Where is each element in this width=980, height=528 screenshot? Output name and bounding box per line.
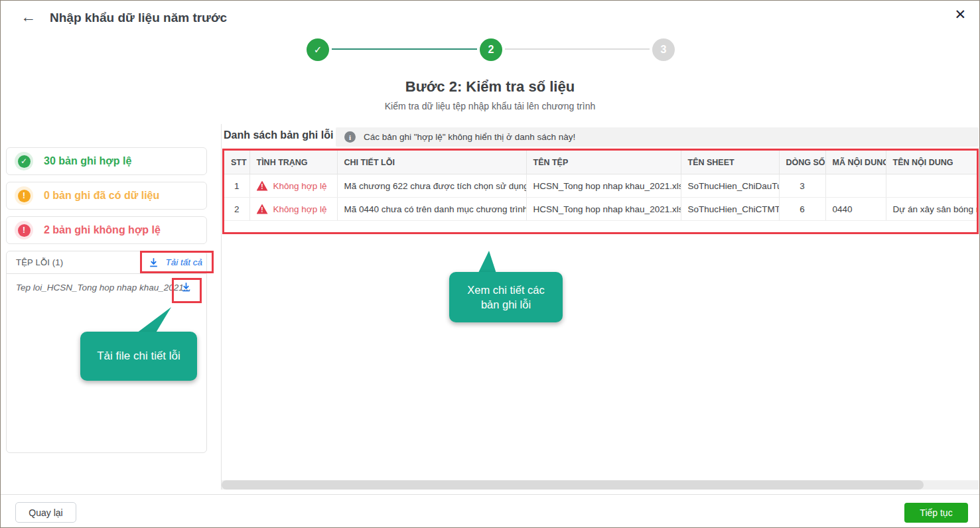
continue-button[interactable]: Tiếp tục bbox=[904, 503, 968, 523]
error-file-name: Tep loi_HCSN_Tong hop nhap khau_2021... bbox=[16, 283, 191, 293]
callout-text: Xem chi tiết các bản ghi lỗi bbox=[467, 283, 544, 312]
stat-invalid-records: ! 2 bản ghi không hợp lệ bbox=[6, 216, 207, 244]
cell-content-name: Dự án xây sân bóng rổ bbox=[886, 198, 977, 221]
step-1-done: ✓ bbox=[307, 38, 329, 61]
cell-content-code bbox=[825, 174, 886, 198]
warning-triangle-icon bbox=[257, 204, 268, 214]
error-files-title: TỆP LỖI (1) bbox=[16, 257, 63, 267]
dialog-title: Nhập khẩu dữ liệu năm trước bbox=[50, 11, 227, 25]
download-all-button[interactable]: Tải tất cả bbox=[148, 251, 202, 273]
step-connector-future bbox=[505, 48, 650, 50]
cell-sheet-name: SoThucHien_ChiCTMT bbox=[681, 198, 779, 221]
col-sheet-name: TÊN SHEET bbox=[681, 151, 779, 174]
valid-check-icon: ✓ bbox=[15, 152, 33, 170]
step-connector-done bbox=[332, 48, 477, 50]
stat-valid-records: ✓ 30 bản ghi hợp lệ bbox=[6, 147, 207, 175]
cell-status: Không hợp lệ bbox=[249, 198, 337, 221]
cell-status: Không hợp lệ bbox=[249, 174, 337, 198]
table-row[interactable]: 2 Không hợp lệ Mã 0440 chưa có trên danh… bbox=[224, 198, 977, 221]
info-icon: i bbox=[344, 131, 356, 143]
back-button[interactable]: Quay lại bbox=[15, 502, 76, 523]
cell-content-code: 0440 bbox=[825, 198, 886, 221]
col-status: TÌNH TRẠNG bbox=[249, 151, 337, 174]
cell-file-name: HCSN_Tong hop nhap khau_2021.xlsx bbox=[526, 174, 681, 198]
step-subtitle: Kiểm tra dữ liệu tệp nhập khẩu tải lên c… bbox=[1, 101, 979, 111]
step-2-number: 2 bbox=[488, 44, 494, 56]
stat-existing-label: 0 bản ghi đã có dữ liệu bbox=[44, 190, 159, 202]
info-banner-text: Các bản ghi "hợp lệ" không hiển thị ở da… bbox=[364, 132, 575, 142]
invalid-error-icon: ! bbox=[15, 221, 33, 239]
step-3-number: 3 bbox=[661, 44, 667, 56]
warning-triangle-icon bbox=[257, 181, 268, 191]
download-icon bbox=[180, 281, 192, 293]
callout-view-error-records: Xem chi tiết các bản ghi lỗi bbox=[449, 272, 563, 322]
callout-tail bbox=[473, 251, 506, 273]
error-records-table: STT TÌNH TRẠNG CHI TIẾT LỖI TÊN TỆP TÊN … bbox=[222, 149, 979, 234]
cell-stt: 2 bbox=[224, 198, 249, 221]
step-2-active: 2 bbox=[480, 38, 502, 61]
close-icon[interactable]: ✕ bbox=[954, 7, 966, 23]
download-icon bbox=[148, 257, 159, 268]
table-header-row: STT TÌNH TRẠNG CHI TIẾT LỖI TÊN TỆP TÊN … bbox=[224, 151, 977, 174]
cell-error-detail: Mã 0440 chưa có trên danh mục chương trì… bbox=[337, 198, 526, 221]
callout-download-error-file: Tải file chi tiết lỗi bbox=[80, 332, 197, 381]
check-icon: ✓ bbox=[314, 44, 322, 56]
cell-stt: 1 bbox=[224, 174, 249, 198]
content-divider bbox=[221, 124, 222, 490]
cell-content-name bbox=[886, 174, 977, 198]
col-content-code: MÃ NỘI DUNG bbox=[825, 151, 886, 174]
error-list-title: Danh sách bản ghi lỗi bbox=[224, 129, 333, 141]
cell-file-name: HCSN_Tong hop nhap khau_2021.xlsx bbox=[526, 198, 681, 221]
existing-warning-icon: ! bbox=[15, 186, 33, 205]
back-arrow-icon[interactable]: ← bbox=[21, 8, 36, 26]
cell-row-number: 3 bbox=[779, 174, 825, 198]
error-files-header: TỆP LỖI (1) Tải tất cả bbox=[7, 251, 206, 274]
col-stt: STT bbox=[224, 151, 249, 174]
download-all-label: Tải tất cả bbox=[165, 257, 202, 267]
cell-row-number: 6 bbox=[779, 198, 825, 221]
col-file-name: TÊN TỆP bbox=[526, 151, 681, 174]
horizontal-scrollbar[interactable] bbox=[222, 480, 979, 490]
stat-valid-label: 30 bản ghi hợp lệ bbox=[44, 155, 131, 167]
file-download-button[interactable] bbox=[180, 281, 192, 293]
step-title: Bước 2: Kiểm tra số liệu bbox=[1, 78, 979, 96]
info-banner: i Các bản ghi "hợp lệ" không hiển thị ở … bbox=[336, 127, 979, 147]
error-file-row: Tep loi_HCSN_Tong hop nhap khau_2021... bbox=[7, 274, 206, 293]
col-row-number: DÒNG SỐ bbox=[779, 151, 825, 174]
table-row[interactable]: 1 Không hợp lệ Mã chương 622 chưa được t… bbox=[224, 174, 977, 198]
import-dialog: ← Nhập khẩu dữ liệu năm trước ✕ ✓ 2 3 Bư… bbox=[0, 0, 980, 528]
cell-error-detail: Mã chương 622 chưa được tích chọn sử dụn… bbox=[337, 174, 526, 198]
step-3-future: 3 bbox=[652, 38, 675, 61]
footer-divider bbox=[1, 494, 979, 495]
stat-invalid-label: 2 bản ghi không hợp lệ bbox=[44, 224, 161, 236]
scrollbar-thumb[interactable] bbox=[222, 480, 924, 490]
col-content-name: TÊN NỘI DUNG bbox=[886, 151, 977, 174]
col-error-detail: CHI TIẾT LỖI bbox=[337, 151, 526, 174]
stat-existing-records: ! 0 bản ghi đã có dữ liệu bbox=[6, 182, 207, 210]
cell-sheet-name: SoThucHien_ChiDauTu bbox=[681, 174, 779, 198]
callout-text: Tải file chi tiết lỗi bbox=[97, 350, 180, 363]
